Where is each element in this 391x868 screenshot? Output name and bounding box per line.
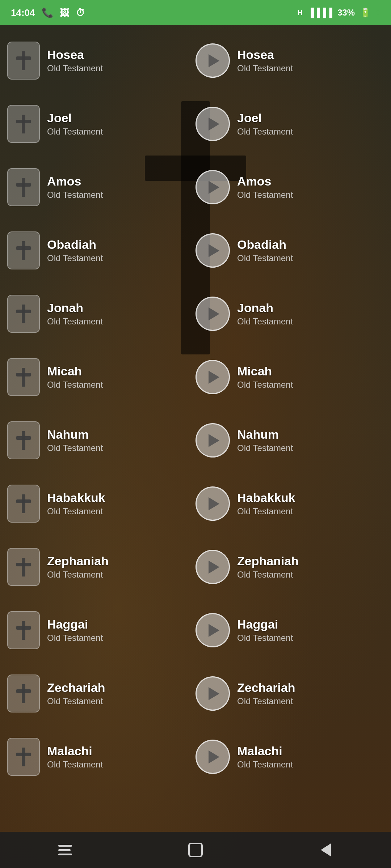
play-button-5[interactable]: [196, 360, 230, 394]
book-left-item-1[interactable]: Joel Old Testament: [7, 105, 196, 143]
book-left-item-9[interactable]: Haggai Old Testament: [7, 611, 196, 649]
book-name-0: Hosea: [47, 48, 103, 62]
cross-book-icon-11: [16, 748, 31, 766]
book-text-11: Malachi Old Testament: [47, 744, 103, 770]
back-icon: [321, 843, 331, 856]
book-right-item-0[interactable]: Hosea Old Testament: [196, 43, 384, 78]
book-icon-5: [7, 358, 40, 396]
book-left-item-6[interactable]: Nahum Old Testament: [7, 421, 196, 459]
book-left-item-7[interactable]: Habakkuk Old Testament: [7, 485, 196, 523]
cross-book-icon-0: [16, 51, 31, 70]
signal-icon: ▐▐▐▐: [308, 8, 332, 18]
book-right-item-1[interactable]: Joel Old Testament: [196, 107, 384, 141]
play-triangle-icon-7: [209, 497, 219, 510]
book-play-subtitle-3: Old Testament: [237, 253, 293, 263]
play-button-1[interactable]: [196, 107, 230, 141]
book-play-text-7: Habakkuk Old Testament: [237, 491, 295, 516]
recent-apps-button[interactable]: [51, 839, 80, 861]
book-left-item-11[interactable]: Malachi Old Testament: [7, 738, 196, 776]
play-button-9[interactable]: [196, 613, 230, 647]
book-right-item-2[interactable]: Amos Old Testament: [196, 170, 384, 204]
play-button-0[interactable]: [196, 43, 230, 78]
book-play-subtitle-2: Old Testament: [237, 190, 293, 200]
book-play-subtitle-9: Old Testament: [237, 633, 293, 643]
play-button-11[interactable]: [196, 740, 230, 774]
book-right-item-7[interactable]: Habakkuk Old Testament: [196, 486, 384, 521]
book-icon-4: [7, 295, 40, 333]
book-row: Amos Old Testament Amos Old Testament: [0, 156, 391, 219]
book-row: Obadiah Old Testament Obadiah Old Testam…: [0, 219, 391, 282]
book-play-subtitle-11: Old Testament: [237, 760, 293, 770]
play-triangle-icon-2: [209, 181, 219, 194]
cross-book-icon-1: [16, 115, 31, 133]
book-right-item-11[interactable]: Malachi Old Testament: [196, 740, 384, 774]
play-button-3[interactable]: [196, 233, 230, 268]
play-button-8[interactable]: [196, 550, 230, 584]
book-name-5: Micah: [47, 364, 103, 378]
book-icon-6: [7, 421, 40, 459]
book-play-name-0: Hosea: [237, 48, 293, 62]
cross-book-icon-4: [16, 305, 31, 323]
book-left-item-5[interactable]: Micah Old Testament: [7, 358, 196, 396]
book-right-item-8[interactable]: Zephaniah Old Testament: [196, 550, 384, 584]
book-text-4: Jonah Old Testament: [47, 301, 103, 327]
book-play-subtitle-7: Old Testament: [237, 506, 295, 516]
play-button-4[interactable]: [196, 297, 230, 331]
book-row: Nahum Old Testament Nahum Old Testament: [0, 409, 391, 472]
book-right-item-3[interactable]: Obadiah Old Testament: [196, 233, 384, 268]
book-play-text-8: Zephaniah Old Testament: [237, 554, 299, 580]
book-right-item-6[interactable]: Nahum Old Testament: [196, 423, 384, 458]
play-triangle-icon-8: [209, 561, 219, 574]
book-left-item-10[interactable]: Zechariah Old Testament: [7, 675, 196, 712]
status-right: H ▐▐▐▐ 33% 🔋: [297, 8, 380, 18]
book-subtitle-11: Old Testament: [47, 760, 103, 770]
book-play-text-11: Malachi Old Testament: [237, 744, 293, 770]
book-row: Haggai Old Testament Haggai Old Testamen…: [0, 599, 391, 662]
book-play-text-4: Jonah Old Testament: [237, 301, 293, 327]
book-left-item-4[interactable]: Jonah Old Testament: [7, 295, 196, 333]
book-text-9: Haggai Old Testament: [47, 617, 103, 643]
book-left-item-8[interactable]: Zephaniah Old Testament: [7, 548, 196, 586]
play-button-2[interactable]: [196, 170, 230, 204]
battery-display: 33%: [337, 8, 355, 18]
status-bar: 14:04 📞 🖼 ⏱ H ▐▐▐▐ 33% 🔋: [0, 0, 391, 25]
book-play-name-8: Zephaniah: [237, 554, 299, 568]
play-button-10[interactable]: [196, 676, 230, 711]
book-icon-11: [7, 738, 40, 776]
book-right-item-9[interactable]: Haggai Old Testament: [196, 613, 384, 647]
play-triangle-icon-4: [209, 307, 219, 320]
book-subtitle-6: Old Testament: [47, 443, 103, 453]
play-button-7[interactable]: [196, 486, 230, 521]
book-icon-8: [7, 548, 40, 586]
book-subtitle-0: Old Testament: [47, 63, 103, 73]
book-row: Joel Old Testament Joel Old Testament: [0, 92, 391, 156]
play-button-6[interactable]: [196, 423, 230, 458]
book-text-1: Joel Old Testament: [47, 111, 103, 137]
book-play-name-3: Obadiah: [237, 238, 293, 252]
book-name-7: Habakkuk: [47, 491, 105, 505]
book-subtitle-8: Old Testament: [47, 570, 109, 580]
book-play-text-9: Haggai Old Testament: [237, 617, 293, 643]
book-row: Micah Old Testament Micah Old Testament: [0, 345, 391, 409]
back-button[interactable]: [311, 839, 340, 861]
cross-book-icon-2: [16, 178, 31, 197]
book-right-item-10[interactable]: Zechariah Old Testament: [196, 676, 384, 711]
book-play-name-10: Zechariah: [237, 681, 295, 695]
book-left-item-2[interactable]: Amos Old Testament: [7, 168, 196, 206]
book-row: Zechariah Old Testament Zechariah Old Te…: [0, 662, 391, 725]
book-text-10: Zechariah Old Testament: [47, 681, 105, 706]
book-text-2: Amos Old Testament: [47, 174, 103, 200]
book-left-item-3[interactable]: Obadiah Old Testament: [7, 231, 196, 269]
book-row: Malachi Old Testament Malachi Old Testam…: [0, 725, 391, 788]
book-row: Habakkuk Old Testament Habakkuk Old Test…: [0, 472, 391, 535]
book-play-text-10: Zechariah Old Testament: [237, 681, 295, 706]
book-right-item-4[interactable]: Jonah Old Testament: [196, 297, 384, 331]
book-right-item-5[interactable]: Micah Old Testament: [196, 360, 384, 394]
book-text-3: Obadiah Old Testament: [47, 238, 103, 263]
home-button[interactable]: [181, 839, 210, 861]
book-subtitle-4: Old Testament: [47, 316, 103, 327]
book-icon-10: [7, 675, 40, 712]
cross-book-icon-8: [16, 558, 31, 576]
battery-icon: 🔋: [360, 8, 371, 18]
book-left-item-0[interactable]: Hosea Old Testament: [7, 42, 196, 80]
